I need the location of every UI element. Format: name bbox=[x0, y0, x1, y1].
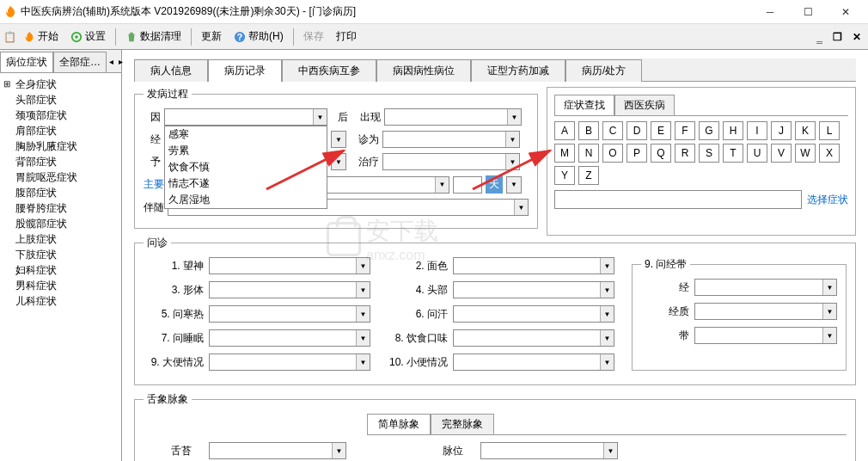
alpha-key-B[interactable]: B bbox=[578, 121, 599, 140]
symptom-search-input[interactable] bbox=[554, 190, 802, 209]
main-cond-combo2[interactable]: ▼ bbox=[321, 176, 449, 194]
side-nav-left-icon[interactable]: ◂ bbox=[107, 55, 116, 68]
alpha-key-U[interactable]: U bbox=[747, 144, 767, 163]
alpha-key-F[interactable]: F bbox=[675, 121, 695, 140]
tree-item[interactable]: 背部症状 bbox=[3, 154, 118, 169]
wen-combo[interactable]: ▼ bbox=[209, 257, 370, 274]
print-button[interactable]: 打印 bbox=[331, 28, 362, 46]
chevron-down-icon[interactable]: ▼ bbox=[313, 109, 327, 125]
wen-combo[interactable]: ▼ bbox=[209, 353, 370, 371]
tab-prescription[interactable]: 病历/处方 bbox=[565, 59, 642, 82]
chevron-down-icon[interactable]: ▼ bbox=[356, 330, 370, 346]
tree-item[interactable]: 股髋部症状 bbox=[3, 216, 118, 231]
appear-combo[interactable]: ▼ bbox=[384, 108, 522, 126]
shetai-combo[interactable]: ▼ bbox=[209, 442, 346, 459]
choose-symptom-link[interactable]: 选择症状 bbox=[807, 193, 848, 207]
alpha-key-X[interactable]: X bbox=[819, 144, 840, 163]
wen-combo[interactable]: ▼ bbox=[453, 257, 614, 274]
chevron-down-icon[interactable]: ▼ bbox=[600, 354, 614, 370]
tab-simple-pulse[interactable]: 简单脉象 bbox=[367, 414, 431, 434]
alpha-key-E[interactable]: E bbox=[651, 121, 671, 140]
chevron-down-icon[interactable]: ▼ bbox=[600, 258, 614, 274]
chevron-down-icon[interactable]: ▼ bbox=[822, 280, 836, 295]
tree-item[interactable]: 上肢症状 bbox=[3, 231, 118, 247]
tab-symptom-search[interactable]: 症状查找 bbox=[554, 95, 614, 115]
wen-combo[interactable]: ▼ bbox=[453, 305, 614, 323]
small-combo[interactable]: ▼ bbox=[506, 176, 522, 194]
tree-item[interactable]: 胸胁乳腋症状 bbox=[3, 138, 118, 154]
chevron-down-icon[interactable]: ▼ bbox=[822, 304, 836, 319]
chevron-down-icon[interactable]: ▼ bbox=[505, 154, 519, 169]
small-combo[interactable]: ▼ bbox=[331, 131, 346, 148]
dd-option[interactable]: 久居湿地 bbox=[165, 192, 327, 208]
tree-item[interactable]: 肩部症状 bbox=[3, 123, 118, 138]
dai-combo[interactable]: ▼ bbox=[694, 327, 837, 344]
mdi-restore-button[interactable]: ❐ bbox=[829, 29, 846, 45]
mdi-minimize-button[interactable]: ‗ bbox=[813, 29, 826, 45]
side-tab-all[interactable]: 全部症… bbox=[53, 52, 107, 72]
maiwei-combo[interactable]: ▼ bbox=[480, 442, 618, 459]
chevron-down-icon[interactable]: ▼ bbox=[507, 177, 521, 193]
tree-item[interactable]: 颈项部症状 bbox=[3, 108, 118, 123]
alpha-key-D[interactable]: D bbox=[627, 121, 647, 140]
chevron-down-icon[interactable]: ▼ bbox=[822, 328, 836, 343]
chevron-down-icon[interactable]: ▼ bbox=[600, 282, 614, 298]
tree-item[interactable]: 妇科症状 bbox=[3, 262, 118, 278]
maximize-button[interactable]: ☐ bbox=[789, 0, 827, 24]
help-button[interactable]: ? 帮助(H) bbox=[229, 28, 289, 46]
chevron-down-icon[interactable]: ▼ bbox=[507, 109, 521, 125]
chevron-down-icon[interactable]: ▼ bbox=[356, 282, 370, 298]
mdi-close-button[interactable]: ✕ bbox=[849, 29, 865, 45]
tab-western[interactable]: 西医疾病 bbox=[614, 95, 675, 115]
chevron-down-icon[interactable]: ▼ bbox=[600, 330, 614, 346]
cleanup-button[interactable]: 数据清理 bbox=[120, 28, 186, 46]
tree-item[interactable]: 腹部症状 bbox=[3, 185, 118, 200]
minimize-button[interactable]: ─ bbox=[751, 0, 789, 24]
wen-combo[interactable]: ▼ bbox=[209, 305, 370, 323]
alpha-key-V[interactable]: V bbox=[771, 144, 792, 163]
wen-combo[interactable]: ▼ bbox=[453, 329, 614, 347]
chevron-down-icon[interactable]: ▼ bbox=[356, 258, 370, 274]
alpha-key-P[interactable]: P bbox=[627, 144, 647, 163]
alpha-key-G[interactable]: G bbox=[699, 121, 719, 140]
jingzhi-combo[interactable]: ▼ bbox=[694, 303, 837, 320]
alpha-key-H[interactable]: H bbox=[723, 121, 743, 140]
cause-input[interactable] bbox=[165, 109, 313, 125]
tab-cause[interactable]: 病因病性病位 bbox=[376, 59, 471, 82]
dd-option[interactable]: 情志不遂 bbox=[165, 175, 327, 192]
alpha-key-J[interactable]: J bbox=[771, 121, 792, 140]
tree-item[interactable]: 下肢症状 bbox=[3, 247, 118, 262]
alpha-key-W[interactable]: W bbox=[795, 144, 816, 163]
wen-combo[interactable]: ▼ bbox=[209, 281, 370, 298]
tab-formula[interactable]: 证型方药加减 bbox=[471, 59, 565, 82]
small-combo[interactable]: ▼ bbox=[331, 153, 346, 170]
tree-item[interactable]: 儿科症状 bbox=[3, 293, 118, 309]
diagnose-combo[interactable]: ▼ bbox=[382, 131, 520, 148]
chevron-down-icon[interactable]: ▼ bbox=[600, 306, 614, 322]
treat-combo[interactable]: ▼ bbox=[382, 153, 520, 170]
cause-combo[interactable]: ▼ 感寒 劳累 饮食不慎 情志不遂 久居湿地 bbox=[164, 108, 327, 126]
tree-item[interactable]: 头部症状 bbox=[3, 92, 118, 108]
alpha-key-S[interactable]: S bbox=[699, 144, 719, 163]
dd-option[interactable]: 劳累 bbox=[165, 143, 327, 159]
days-input[interactable] bbox=[453, 176, 482, 194]
start-button[interactable]: 开始 bbox=[18, 28, 64, 46]
alpha-key-N[interactable]: N bbox=[578, 144, 599, 163]
jing-combo[interactable]: ▼ bbox=[694, 279, 837, 296]
chevron-down-icon[interactable]: ▼ bbox=[505, 132, 519, 147]
alpha-key-T[interactable]: T bbox=[723, 144, 743, 163]
alpha-key-M[interactable]: M bbox=[554, 144, 575, 163]
chevron-down-icon[interactable]: ▼ bbox=[514, 200, 528, 215]
side-tab-location[interactable]: 病位症状 bbox=[0, 52, 53, 72]
chevron-down-icon[interactable]: ▼ bbox=[435, 177, 449, 193]
wen-combo[interactable]: ▼ bbox=[453, 281, 614, 298]
tree-item[interactable]: 全身症状 bbox=[3, 77, 118, 92]
alpha-key-O[interactable]: O bbox=[602, 144, 623, 163]
tab-cn-west[interactable]: 中西疾病互参 bbox=[282, 59, 376, 82]
wen-combo[interactable]: ▼ bbox=[453, 353, 614, 371]
tree-item[interactable]: 男科症状 bbox=[3, 278, 118, 293]
wen-combo[interactable]: ▼ bbox=[209, 329, 370, 347]
tree-item[interactable]: 腰脊胯症状 bbox=[3, 200, 118, 216]
alpha-key-C[interactable]: C bbox=[602, 121, 623, 140]
chevron-down-icon[interactable]: ▼ bbox=[603, 443, 617, 458]
